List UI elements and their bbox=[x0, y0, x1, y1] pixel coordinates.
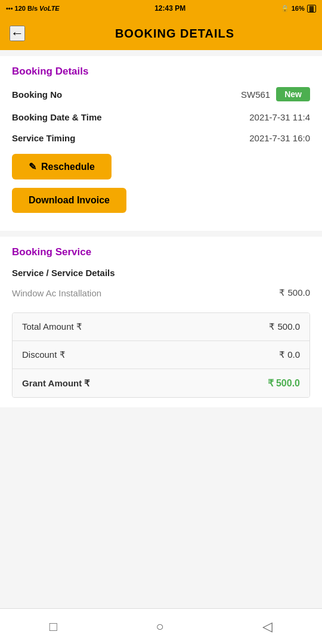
service-timing-label: Service Timing bbox=[12, 133, 75, 143]
service-price: ₹ 500.0 bbox=[279, 287, 310, 298]
discount-row: Discount ₹ ₹ 0.0 bbox=[13, 341, 309, 369]
booking-no-row: Booking No SW561 New bbox=[12, 87, 310, 101]
network-speed: 120 B/s bbox=[15, 5, 38, 12]
reschedule-btn-row: ✎ Reschedule bbox=[12, 154, 310, 179]
status-left: ••• 120 B/s VoLTE bbox=[6, 5, 60, 12]
service-timing-row: Service Timing 2021-7-31 16:0 bbox=[12, 133, 310, 143]
booking-no-label: Booking No bbox=[12, 89, 62, 100]
booking-details-title: Booking Details bbox=[12, 66, 310, 78]
signal-icon: ••• bbox=[6, 5, 13, 12]
nav-bar: □ ○ ◁ bbox=[0, 608, 322, 644]
page-title: BOOKING DETAILS bbox=[37, 27, 312, 41]
booking-date-label: Booking Date & Time bbox=[12, 112, 102, 122]
status-bar: ••• 120 B/s VoLTE 12:43 PM 🔒 16% ▓ bbox=[0, 0, 322, 17]
grant-amount-label: Grant Amount ₹ bbox=[22, 378, 90, 389]
total-amount-label: Total Amount ₹ bbox=[22, 321, 82, 332]
battery-percent: 16% bbox=[292, 5, 305, 12]
booking-date-value: 2021-7-31 11:4 bbox=[249, 112, 310, 122]
discount-value: ₹ 0.0 bbox=[279, 349, 300, 360]
status-time: 12:43 PM bbox=[154, 4, 185, 13]
reschedule-button[interactable]: ✎ Reschedule bbox=[12, 154, 112, 179]
pencil-icon: ✎ bbox=[29, 161, 36, 172]
service-header-label: Service / Service Details bbox=[12, 268, 310, 278]
back-nav-icon[interactable]: ◁ bbox=[262, 619, 273, 634]
new-badge: New bbox=[276, 87, 310, 101]
discount-label: Discount ₹ bbox=[22, 349, 66, 360]
booking-details-card: Booking Details Booking No SW561 New Boo… bbox=[0, 56, 322, 231]
booking-service-card: Booking Service Service / Service Detail… bbox=[0, 237, 322, 407]
square-icon[interactable]: □ bbox=[49, 619, 57, 634]
download-invoice-btn-row: Download Invoice bbox=[12, 188, 310, 213]
grant-amount-row: Grant Amount ₹ ₹ 500.0 bbox=[13, 369, 309, 397]
booking-service-title: Booking Service bbox=[12, 246, 310, 258]
circle-icon[interactable]: ○ bbox=[156, 619, 164, 634]
total-amount-value: ₹ 500.0 bbox=[269, 321, 300, 332]
total-amount-row: Total Amount ₹ ₹ 500.0 bbox=[13, 313, 309, 341]
download-invoice-button[interactable]: Download Invoice bbox=[12, 188, 126, 213]
back-button[interactable]: ← bbox=[10, 26, 25, 41]
header: ← BOOKING DETAILS bbox=[0, 17, 322, 50]
service-item-row: Window Ac Installation ₹ 500.0 bbox=[12, 284, 310, 302]
lock-icon: 🔒 bbox=[281, 5, 289, 13]
summary-table: Total Amount ₹ ₹ 500.0 Discount ₹ ₹ 0.0 … bbox=[12, 312, 310, 398]
booking-date-row: Booking Date & Time 2021-7-31 11:4 bbox=[12, 112, 310, 122]
service-name: Window Ac Installation bbox=[12, 288, 101, 298]
status-right: 🔒 16% ▓ bbox=[281, 5, 316, 13]
content: Booking Details Booking No SW561 New Boo… bbox=[0, 56, 322, 455]
volte-icon: VoLTE bbox=[39, 5, 60, 12]
grant-amount-value: ₹ 500.0 bbox=[268, 377, 300, 389]
booking-no-value: SW561 bbox=[241, 89, 270, 100]
battery-icon: ▓ bbox=[307, 5, 316, 13]
service-timing-value: 2021-7-31 16:0 bbox=[249, 133, 310, 143]
